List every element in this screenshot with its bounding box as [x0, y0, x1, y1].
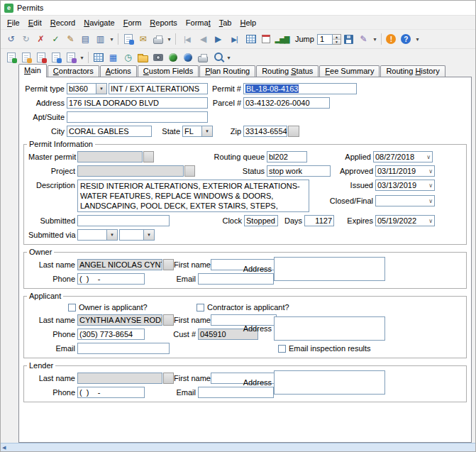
post-record-icon[interactable]: ✓: [48, 32, 63, 47]
submitted-via-dropdown-icon[interactable]: [106, 230, 117, 240]
submitted-field[interactable]: [77, 215, 170, 226]
calendar-icon[interactable]: [258, 32, 273, 47]
applicant-phone-field[interactable]: (305) 773-8654: [77, 329, 145, 340]
clock-field[interactable]: Stopped: [244, 215, 278, 226]
master-permit-field[interactable]: [77, 151, 143, 162]
tab-plan-routing[interactable]: Plan Routing: [199, 65, 255, 77]
paste-record-icon[interactable]: ▥: [93, 32, 108, 47]
tab-custom-fields[interactable]: Custom Fields: [138, 65, 199, 77]
menu-format[interactable]: Format: [182, 17, 215, 28]
parcel-no-field[interactable]: 03-4132-026-0040: [243, 97, 330, 109]
owner-phone-field[interactable]: ( ) -: [77, 273, 145, 285]
address-field[interactable]: 176 ISLA DORADO BLVD: [67, 97, 208, 109]
submitted-via-combo[interactable]: [77, 229, 118, 241]
applicant-lookup-button[interactable]: [163, 314, 174, 326]
tab-routing-history[interactable]: Routing History: [380, 65, 445, 77]
tab-contractors[interactable]: Contractors: [48, 65, 99, 77]
redo-icon[interactable]: ↻: [18, 32, 33, 47]
lender-lookup-button[interactable]: [163, 373, 174, 384]
project-field[interactable]: [77, 165, 184, 177]
edit-record-icon[interactable]: ✎: [63, 32, 78, 47]
permit-no-field[interactable]: BL-18-08-4163: [243, 83, 357, 94]
web-icon[interactable]: [180, 50, 195, 65]
owner-lookup-button[interactable]: [163, 259, 174, 270]
menu-file[interactable]: File: [3, 17, 24, 28]
jump-value-field[interactable]: 1: [317, 34, 333, 45]
tab-actions[interactable]: Actions: [100, 65, 137, 77]
menu-tab[interactable]: Tab: [215, 17, 236, 28]
zip-lookup-button[interactable]: [288, 126, 299, 137]
lender-last-name-field[interactable]: [77, 373, 162, 384]
master-permit-browse-button[interactable]: [143, 151, 154, 162]
search-icon[interactable]: [210, 50, 225, 65]
print-menu-caret-icon[interactable]: ▾: [165, 32, 173, 47]
email-inspection-results-checkbox-box[interactable]: [278, 345, 286, 353]
issued-field[interactable]: 03/13/2019: [375, 180, 435, 191]
map-icon[interactable]: [165, 50, 180, 65]
folders-icon[interactable]: [135, 50, 150, 65]
export-icon[interactable]: [121, 32, 135, 47]
last-record-icon[interactable]: ▶|: [226, 32, 243, 47]
permit-type-desc-field[interactable]: INT / EXT ALTERATIONS: [109, 83, 208, 94]
design-mode-icon[interactable]: ✎: [356, 32, 371, 47]
open-record-doc-icon[interactable]: [18, 50, 33, 65]
description-field[interactable]: RESID INTERIOR ALTERATIONS, EXTERIOR ALT…: [77, 180, 309, 212]
help-icon[interactable]: ?: [399, 32, 414, 47]
browse-records-icon[interactable]: [243, 32, 258, 47]
alerts-icon[interactable]: !: [384, 32, 399, 47]
mail-icon[interactable]: ✉: [135, 32, 150, 47]
tab-main[interactable]: Main: [18, 64, 47, 77]
notes-doc-icon[interactable]: [63, 50, 78, 65]
print-icon[interactable]: [150, 32, 165, 47]
days-field[interactable]: 1127: [304, 215, 334, 226]
apt-suite-field[interactable]: [67, 111, 208, 123]
tab-fee-summary[interactable]: Fee Summary: [319, 65, 380, 77]
project-browse-button[interactable]: [184, 165, 195, 177]
submitted-via-secondary-combo[interactable]: [119, 229, 155, 241]
permit-type-combo[interactable]: bl360: [67, 83, 107, 94]
menu-help[interactable]: Help: [236, 17, 260, 28]
city-field[interactable]: CORAL GABLES: [67, 126, 152, 137]
jump-spinner[interactable]: [333, 34, 341, 45]
state-combo[interactable]: FL: [182, 126, 213, 137]
save-icon[interactable]: [341, 32, 356, 47]
next-record-icon[interactable]: ▶: [211, 32, 226, 47]
delete-record-doc-icon[interactable]: [33, 50, 48, 65]
undo-icon[interactable]: ↺: [4, 32, 18, 47]
calculator-icon[interactable]: ▦: [106, 50, 121, 65]
applied-field[interactable]: 08/27/2018: [373, 151, 433, 162]
tab-routing-status[interactable]: Routing Status: [256, 65, 319, 77]
prev-record-icon[interactable]: ◀: [196, 32, 211, 47]
approved-field[interactable]: 03/11/2019: [375, 165, 435, 177]
applicant-last-name-field[interactable]: CYNTHIA ANYSE RODRIGU: [77, 314, 162, 326]
menu-record[interactable]: Record: [46, 17, 79, 28]
horizontal-scrollbar[interactable]: [1, 443, 475, 451]
menu-edit[interactable]: Edit: [24, 17, 46, 28]
new-record-doc-icon[interactable]: [4, 50, 18, 65]
owner-is-applicant-checkbox[interactable]: Owner is applicant?: [68, 303, 197, 312]
jump-spin-down-icon[interactable]: [333, 39, 341, 44]
submitted-via-secondary-dropdown-icon[interactable]: [143, 230, 154, 240]
email-inspection-results-checkbox[interactable]: Email inspection results: [278, 344, 371, 353]
menu-reports[interactable]: Reports: [145, 17, 182, 28]
applicant-address-box[interactable]: 176 ISLA DORADA CORAL GABLES FL 33143: [274, 316, 385, 341]
delete-record-icon[interactable]: ✗: [33, 32, 48, 47]
help-menu-caret-icon[interactable]: ▾: [414, 32, 421, 47]
fees-doc-icon[interactable]: [48, 50, 63, 65]
scroll-left-icon[interactable]: [2, 445, 6, 451]
zip-field[interactable]: 33143-6554: [243, 126, 287, 137]
menu-navigate[interactable]: Navigate: [79, 17, 118, 28]
owner-is-applicant-checkbox-box[interactable]: [68, 304, 76, 312]
expires-field[interactable]: 05/19/2022: [375, 215, 435, 226]
permit-type-dropdown-icon[interactable]: [96, 84, 106, 94]
state-dropdown-icon[interactable]: [201, 126, 212, 136]
copy-record-icon[interactable]: ▤: [78, 32, 93, 47]
design-menu-caret-icon[interactable]: ▾: [371, 32, 379, 47]
owner-last-name-field[interactable]: ANGEL NICOLAS CYNTHIA: [77, 259, 162, 270]
routing-queue-field[interactable]: bl202: [267, 151, 307, 162]
lender-address-box[interactable]: [274, 370, 385, 395]
spreadsheet-icon[interactable]: [91, 50, 106, 65]
chart-icon[interactable]: ▂▅▇: [273, 32, 291, 47]
contractor-is-applicant-checkbox[interactable]: Contractor is applicant?: [197, 303, 289, 312]
photos-icon[interactable]: [150, 50, 165, 65]
